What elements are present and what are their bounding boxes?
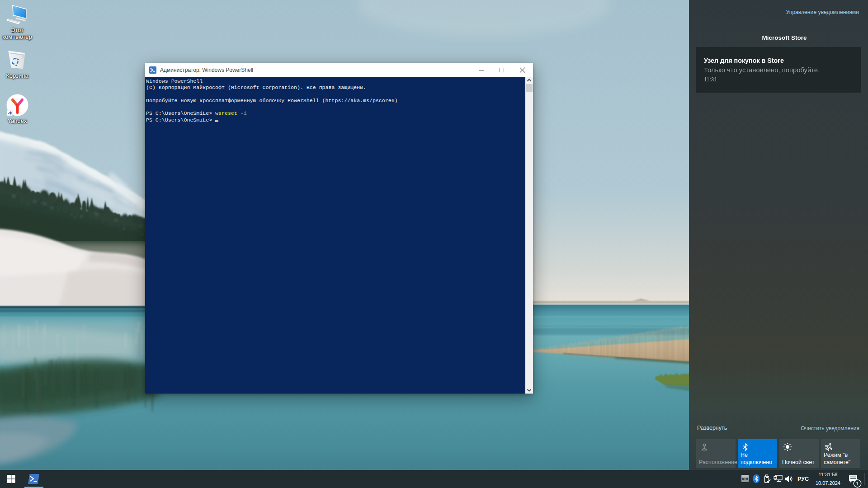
svg-text:vm: vm: [742, 476, 749, 481]
svg-text:1: 1: [856, 481, 859, 486]
